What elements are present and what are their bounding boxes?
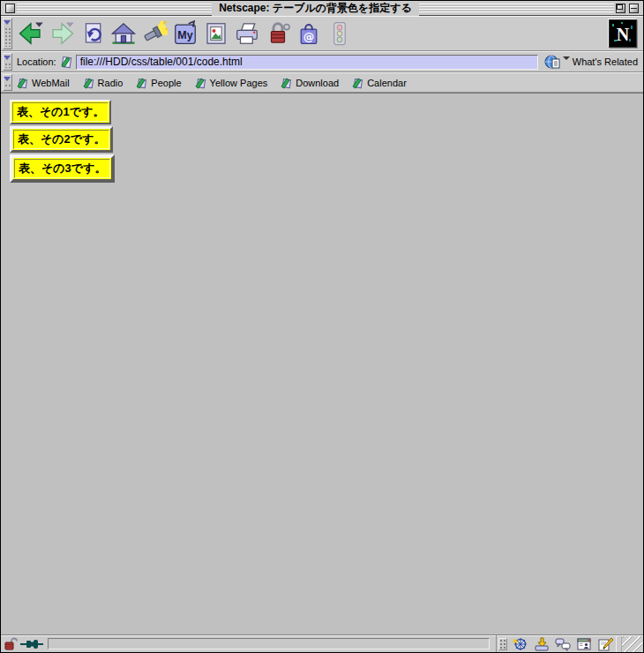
table-2-cell: 表、その2です。 [13, 130, 109, 149]
netscape-window: Netscape: テーブルの背景色を指定する My [0, 0, 644, 653]
composer-pen-icon [597, 637, 613, 651]
address-book-component-button[interactable] [574, 636, 594, 651]
table-1: 表、その1です。 [10, 100, 111, 124]
svg-text:N: N [617, 25, 630, 44]
my-netscape-icon: My [172, 20, 198, 47]
back-arrow-icon [18, 20, 44, 47]
component-bar-drag-handle[interactable] [498, 638, 507, 650]
personal-item-radio[interactable]: Radio [83, 77, 124, 89]
reload-icon [79, 20, 106, 47]
window-controls [616, 4, 639, 13]
reload-button[interactable] [77, 18, 108, 49]
personal-item-people[interactable]: People [136, 77, 181, 89]
security-button[interactable] [262, 18, 293, 49]
traffic-light-icon [326, 20, 353, 47]
images-icon [203, 20, 229, 47]
personal-item-label: People [151, 78, 181, 88]
page-content: 表、その1です。 表、その2です。 表、その3です。 [1, 93, 643, 634]
status-bar [1, 634, 643, 652]
navigator-component-button[interactable] [511, 636, 530, 651]
toolbar-collapse-tab[interactable] [3, 18, 12, 49]
personal-item-webmail[interactable]: WebMail [17, 77, 70, 89]
whats-related-caret-icon [563, 56, 570, 60]
bookmark-ribbon-icon [17, 77, 28, 89]
search-button[interactable] [139, 18, 169, 49]
status-message [48, 638, 490, 649]
location-bar: Location: What's Related [1, 51, 643, 72]
zoom-box[interactable] [616, 4, 625, 13]
bookmark-ribbon-icon [281, 77, 292, 89]
table-1-cell: 表、その1です。 [12, 102, 109, 122]
padlock-icon [265, 20, 291, 47]
svg-text:My: My [177, 29, 192, 41]
home-icon [110, 20, 137, 47]
location-collapse-tab[interactable] [3, 53, 12, 71]
discussions-component-button[interactable] [553, 636, 573, 651]
printer-icon [234, 20, 260, 47]
personal-item-label: Yellow Pages [210, 78, 268, 88]
table-2: 表、その2です。 [10, 126, 113, 153]
stop-button[interactable] [324, 18, 355, 49]
personal-item-yellow-pages[interactable]: Yellow Pages [195, 77, 268, 89]
online-status-button[interactable] [20, 639, 43, 649]
resize-grip[interactable] [621, 636, 642, 652]
open-padlock-icon [4, 637, 18, 650]
composer-component-button[interactable] [595, 636, 615, 651]
flashlight-icon [141, 20, 168, 47]
globe-document-icon [544, 54, 561, 70]
svg-text:@: @ [303, 30, 314, 43]
bookmark-ribbon-icon [136, 77, 147, 89]
collapse-box[interactable] [629, 4, 639, 13]
bookmark-ribbon-icon [352, 77, 363, 89]
personal-item-calendar[interactable]: Calendar [352, 77, 407, 89]
personal-item-label: Calendar [367, 78, 407, 88]
chat-bubbles-icon [555, 637, 571, 651]
title-bar[interactable]: Netscape: テーブルの背景色を指定する [1, 1, 643, 16]
window-title: Netscape: テーブルの背景色を指定する [212, 1, 419, 16]
shop-button[interactable]: @ [293, 18, 324, 49]
location-label: Location: [17, 56, 56, 67]
table-3: 表、その3です。 [10, 154, 115, 183]
location-input[interactable] [76, 55, 538, 70]
personal-item-label: Radio [98, 78, 124, 88]
home-button[interactable] [108, 18, 139, 49]
forward-button[interactable] [46, 18, 77, 49]
whats-related-button[interactable]: What's Related [543, 54, 641, 70]
back-button[interactable] [15, 18, 46, 49]
table-3-cell: 表、その3です。 [14, 159, 110, 178]
print-button[interactable] [231, 18, 262, 49]
forward-arrow-icon [49, 20, 75, 47]
bookmark-icon[interactable] [60, 55, 73, 69]
inbox-component-button[interactable] [532, 636, 551, 651]
close-box[interactable] [5, 4, 15, 13]
component-bar [496, 635, 617, 652]
my-netscape-button[interactable]: My [169, 18, 200, 49]
shopping-bag-icon: @ [296, 20, 322, 47]
whats-related-label: What's Related [573, 56, 638, 67]
netscape-throbber[interactable]: N [609, 19, 637, 48]
personal-collapse-tab[interactable] [3, 74, 12, 91]
personal-item-label: WebMail [32, 78, 70, 88]
personal-item-label: Download [296, 78, 339, 88]
plug-icon [20, 639, 43, 649]
security-status-button[interactable] [4, 637, 18, 650]
inbox-arrow-icon [534, 637, 550, 651]
address-book-icon [576, 637, 592, 651]
ship-wheel-icon [513, 637, 528, 651]
main-toolbar: My @ N [1, 16, 643, 51]
bookmark-ribbon-icon [195, 77, 206, 89]
images-button[interactable] [200, 18, 231, 49]
personal-toolbar: WebMail Radio People Yellow Pages Downlo… [1, 72, 643, 93]
bookmark-ribbon-icon [83, 77, 94, 89]
personal-item-download[interactable]: Download [281, 77, 339, 89]
netscape-n-icon: N [610, 36, 636, 49]
